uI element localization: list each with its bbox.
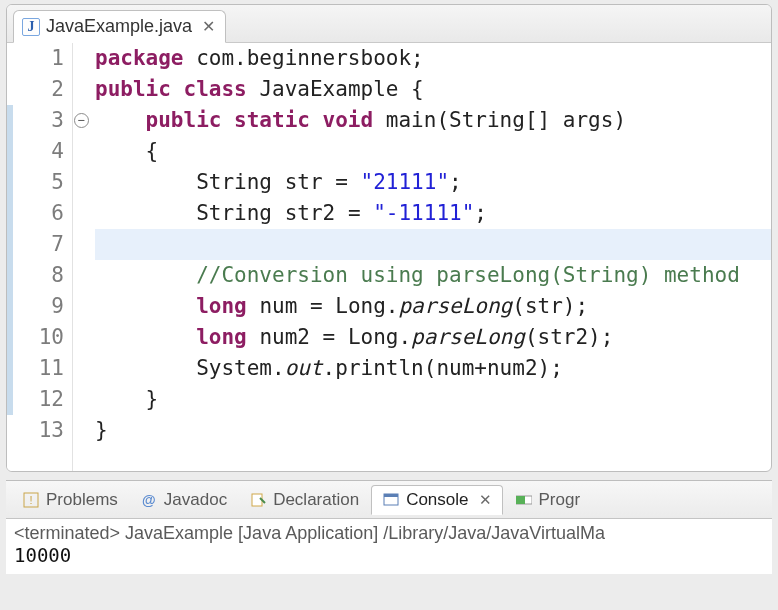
editor-tab-javaexample[interactable]: J JavaExample.java ✕ — [13, 10, 226, 43]
token-italic: out — [285, 356, 323, 380]
code-line[interactable]: { — [95, 136, 771, 167]
tab-console[interactable]: Console ✕ — [371, 485, 502, 515]
token-plain — [95, 139, 146, 163]
tab-label: Declaration — [273, 490, 359, 510]
token-punct: = Long. — [310, 294, 399, 318]
token-plain — [95, 263, 196, 287]
token-type: System. — [196, 356, 285, 380]
tab-declaration[interactable]: Declaration — [239, 486, 369, 514]
change-marker — [7, 105, 13, 136]
marker-cell — [7, 353, 23, 384]
marker-cell — [7, 322, 23, 353]
line-number: 8 — [23, 260, 64, 291]
token-plain — [95, 387, 146, 411]
line-number: 13 — [23, 415, 64, 446]
token-punct: (String[] args) — [436, 108, 626, 132]
marker-cell — [7, 136, 23, 167]
token-punct: .println(num+num2); — [323, 356, 563, 380]
code-line[interactable]: public class JavaExample { — [95, 74, 771, 105]
fold-cell: − — [73, 113, 89, 144]
problems-icon: ! — [22, 491, 40, 509]
line-number: 1 — [23, 43, 64, 74]
code-line[interactable]: String str2 = "-11111"; — [95, 198, 771, 229]
tab-progress[interactable]: Progr — [505, 486, 591, 514]
close-icon[interactable]: ✕ — [479, 491, 492, 509]
java-file-icon: J — [22, 18, 40, 36]
editor-pane: J JavaExample.java ✕ 12345678910111213 −… — [6, 4, 772, 472]
editor-tab-label: JavaExample.java — [46, 16, 192, 37]
token-punct: { — [411, 77, 424, 101]
fold-cell — [73, 43, 89, 74]
token-type: String str — [196, 170, 335, 194]
close-icon[interactable]: ✕ — [202, 17, 215, 36]
code-line[interactable]: String str = "21111"; — [95, 167, 771, 198]
code-line[interactable]: long num = Long.parseLong(str); — [95, 291, 771, 322]
code-line[interactable]: long num2 = Long.parseLong(str2); — [95, 322, 771, 353]
marker-cell — [7, 229, 23, 260]
marker-cell — [7, 43, 23, 74]
line-number: 11 — [23, 353, 64, 384]
fold-cell — [73, 299, 89, 330]
token-ident: num — [259, 294, 310, 318]
token-punct: { — [146, 139, 159, 163]
fold-cell — [73, 206, 89, 237]
change-marker — [7, 136, 13, 167]
code-text[interactable]: package com.beginnersbook;public class J… — [89, 43, 771, 471]
token-str: "21111" — [361, 170, 450, 194]
token-plain — [95, 325, 196, 349]
token-plain — [95, 201, 196, 225]
marker-cell — [7, 198, 23, 229]
console-status: <terminated> JavaExample [Java Applicati… — [14, 523, 764, 544]
code-line[interactable]: //Conversion using parseLong(String) met… — [95, 260, 771, 291]
tab-label: Console — [406, 490, 468, 510]
code-line[interactable]: public static void main(String[] args) — [95, 105, 771, 136]
fold-cell — [73, 175, 89, 206]
line-number: 5 — [23, 167, 64, 198]
token-kw: long — [196, 294, 259, 318]
code-area[interactable]: 12345678910111213 − package com.beginner… — [7, 43, 771, 471]
line-number: 12 — [23, 384, 64, 415]
bottom-pane: ! Problems @ Javadoc Declaration Console… — [6, 480, 772, 574]
fold-cell — [73, 330, 89, 361]
tab-label: Problems — [46, 490, 118, 510]
view-tabbar: ! Problems @ Javadoc Declaration Console… — [6, 481, 772, 519]
console-icon — [382, 491, 400, 509]
marker-cell — [7, 167, 23, 198]
code-line[interactable] — [95, 229, 771, 260]
code-line[interactable]: } — [95, 384, 771, 415]
fold-toggle-icon[interactable]: − — [74, 113, 89, 128]
fold-cell — [73, 144, 89, 175]
code-line[interactable]: System.out.println(num+num2); — [95, 353, 771, 384]
line-number: 3 — [23, 105, 64, 136]
tab-label: Progr — [539, 490, 581, 510]
token-punct: = — [348, 201, 373, 225]
token-plain — [95, 356, 196, 380]
token-punct: (str); — [512, 294, 588, 318]
change-marker — [7, 322, 13, 353]
token-plain — [95, 232, 196, 256]
editor-tabbar: J JavaExample.java ✕ — [7, 5, 771, 43]
console-output: 10000 — [14, 544, 764, 566]
code-line[interactable]: } — [95, 415, 771, 446]
token-punct: ; — [449, 170, 462, 194]
fold-cell — [73, 392, 89, 423]
token-kw: long — [196, 325, 259, 349]
change-marker — [7, 167, 13, 198]
tab-javadoc[interactable]: @ Javadoc — [130, 486, 237, 514]
code-line[interactable]: package com.beginnersbook; — [95, 43, 771, 74]
change-marker — [7, 198, 13, 229]
javadoc-icon: @ — [140, 491, 158, 509]
marker-gutter — [7, 43, 23, 471]
token-str: "-11111" — [373, 201, 474, 225]
svg-rect-6 — [516, 496, 525, 504]
change-marker — [7, 384, 13, 415]
line-number: 6 — [23, 198, 64, 229]
token-ident: num2 — [259, 325, 322, 349]
fold-gutter: − — [73, 43, 89, 471]
progress-icon — [515, 491, 533, 509]
fold-cell — [73, 237, 89, 268]
tab-problems[interactable]: ! Problems — [12, 486, 128, 514]
marker-cell — [7, 74, 23, 105]
token-punct: ; — [474, 201, 487, 225]
token-punct: (str2); — [525, 325, 614, 349]
